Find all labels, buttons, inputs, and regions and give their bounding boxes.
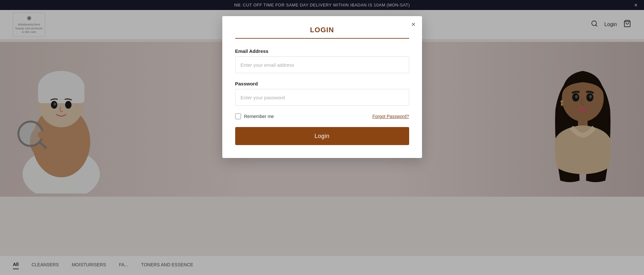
form-options-row: Remember me Forgot Password? <box>235 113 409 119</box>
forgot-password-link[interactable]: Forgot Password? <box>372 114 409 119</box>
password-label: Password <box>235 81 409 86</box>
modal-body: Email Address Password Remember me Forgo… <box>222 48 422 158</box>
login-submit-button[interactable]: Login <box>235 127 409 145</box>
modal-title: LOGIN <box>235 26 409 39</box>
login-modal: × LOGIN Email Address Password Remember … <box>222 16 422 158</box>
password-field-group: Password <box>235 81 409 106</box>
modal-overlay[interactable]: × LOGIN Email Address Password Remember … <box>0 0 644 275</box>
email-field-group: Email Address <box>235 48 409 73</box>
email-label: Email Address <box>235 48 409 54</box>
email-input[interactable] <box>235 56 409 73</box>
remember-me-checkbox[interactable] <box>235 113 241 119</box>
modal-title-section: LOGIN <box>222 16 422 39</box>
remember-me-label[interactable]: Remember me <box>235 113 274 119</box>
remember-me-text: Remember me <box>244 114 274 119</box>
modal-close-button[interactable]: × <box>411 21 416 28</box>
password-input[interactable] <box>235 89 409 106</box>
